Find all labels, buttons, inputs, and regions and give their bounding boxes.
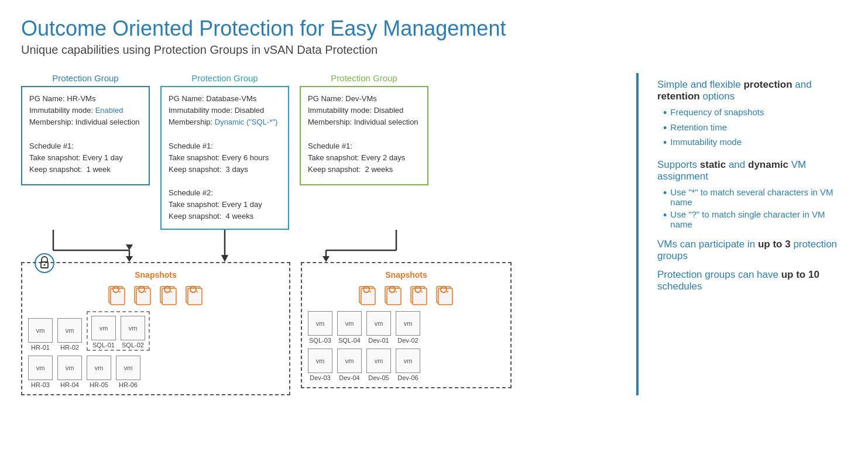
vm-box-hr03: vm (28, 356, 53, 380)
rp-bullet-qmark-text: Use "?" to match single character in VM … (670, 209, 847, 229)
rp-bullet-star-text: Use "*" to match several characters in V… (670, 187, 847, 207)
pg1-mem-val: Individual selection (76, 118, 140, 126)
vm-group2-outer: Snapshots (301, 262, 512, 388)
pg1-imm-val: Enabled (95, 106, 123, 115)
main-subtitle: Unique capabilities using Protection Gro… (21, 43, 847, 57)
vm-box-dev01: vm (366, 311, 391, 336)
vm-label-hr06: HR-06 (119, 381, 138, 388)
connector-pg2 (216, 230, 234, 262)
vm-item-sql01: vm SQL-01 (91, 316, 116, 349)
rp-bullet-ret: Retention time (663, 122, 847, 135)
vm-label-hr03: HR-03 (31, 381, 50, 388)
pg1-keep1: Keep snapshot: 1 week (29, 165, 111, 174)
snapshot-icon (409, 284, 430, 305)
pg3-mem-val: Individual selection (354, 118, 418, 126)
snapshot-icon (357, 284, 378, 305)
pg2-keep1: Keep snapshot: 3 days (169, 165, 248, 174)
rp-title3: VMs can participate in up to 3 protectio… (657, 239, 847, 262)
pg1-name-key: PG Name: (29, 94, 67, 103)
vm-item-hr03: vm HR-03 (28, 356, 53, 388)
vm-item-dev03: vm Dev-03 (308, 349, 332, 381)
snapshot-icons-row-2 (308, 284, 505, 305)
connector-pg3 (300, 230, 428, 262)
vm-item-sql03: vm SQL-03 (308, 311, 332, 344)
vm-label-sql02: SQL-02 (122, 342, 144, 349)
pg3-imm-key: Immutability mode: (308, 106, 374, 115)
pg3-keep1: Keep snapshot: 2 weeks (308, 165, 393, 174)
vm-label-dev01: Dev-01 (368, 337, 389, 344)
vm-label-dev03: Dev-03 (310, 374, 330, 381)
protection-groups-row: Protection Group PG Name: HR-VMs Immutab… (21, 73, 622, 230)
rp-bullet-freq-text: Frequency of snapshots (670, 107, 764, 117)
svg-marker-4 (126, 256, 133, 262)
right-panel: Simple and flexible protection and reten… (636, 73, 847, 395)
vm-box-sql01: vm (91, 316, 116, 340)
pg2-sched2: Schedule #2: (169, 188, 213, 197)
pg1-sched1: Schedule #1: (29, 142, 74, 150)
vm-box-hr02: vm (57, 318, 82, 343)
rp-title4: Protection groups can have up to 10 sche… (657, 269, 847, 292)
pg2-container: Protection Group PG Name: Database-VMs I… (160, 73, 289, 230)
pg3-take1: Take snapshot: Every 2 days (308, 153, 405, 162)
pg3-container: Protection Group PG Name: Dev-VMs Immuta… (300, 73, 428, 185)
pg1-box: PG Name: HR-VMs Immutability mode: Enabl… (21, 86, 150, 185)
pg2-mem-key: Membership: (169, 118, 215, 126)
pg3-name-val: Dev-VMs (345, 94, 376, 103)
pg2-keep2: Keep snapshot: 4 weeks (169, 212, 253, 220)
svg-marker-6 (221, 255, 228, 262)
vm-item-dev01: vm Dev-01 (366, 311, 391, 344)
snapshot-icon (184, 284, 205, 305)
vm-label-hr05: HR-05 (90, 381, 108, 388)
vm-label-dev06: Dev-06 (397, 374, 418, 381)
snapshot-icons-row-1 (28, 284, 283, 305)
pg1-label: Protection Group (52, 73, 118, 83)
pg3-sched1: Schedule #1: (308, 142, 352, 150)
vm-box-hr06: vm (116, 356, 140, 380)
left-area: Protection Group PG Name: HR-VMs Immutab… (21, 73, 622, 395)
vm-item-hr06: vm HR-06 (116, 356, 140, 388)
vm-label-sql01: SQL-01 (92, 342, 115, 349)
vm-box-hr01: vm (28, 318, 53, 343)
vm-item-hr02: vm HR-02 (57, 318, 82, 351)
vm-label-dev04: Dev-04 (339, 374, 359, 381)
pg1-container: Protection Group PG Name: HR-VMs Immutab… (21, 73, 150, 185)
vm-row-bottom-1: vm HR-03 vm HR-04 vm HR-05 vm (28, 356, 283, 388)
vm-item-hr01: vm HR-01 (28, 318, 53, 351)
snapshot-icon (107, 284, 128, 305)
vm-item-dev05: vm Dev-05 (366, 349, 391, 381)
rp-bullet-freq: Frequency of snapshots (663, 107, 847, 120)
pg1-take1: Take snapshot: Every 1 day (29, 153, 123, 162)
vm-label-dev02: Dev-02 (397, 337, 418, 344)
snapshot-icon (434, 284, 455, 305)
snapshots-label-2: Snapshots (308, 270, 505, 280)
pg2-name-val: Database-VMs (206, 94, 256, 103)
vm-box-dev03: vm (308, 349, 332, 373)
vm-label-sql03: SQL-03 (309, 337, 331, 344)
svg-point-13 (44, 264, 46, 265)
pg2-mem-val: Dynamic ("SQL-*") (215, 118, 277, 126)
pg3-box: PG Name: Dev-VMs Immutability mode: Disa… (300, 86, 428, 185)
pg1-imm-key: Immutability mode: (29, 106, 95, 115)
vm-box-dev05: vm (366, 349, 391, 373)
pg2-imm-val: Disabled (235, 106, 265, 115)
pg2-imm-key: Immutability mode: (169, 106, 235, 115)
pg2-take2: Take snapshot: Every 1 day (169, 200, 262, 209)
svg-marker-2 (126, 244, 133, 250)
pg2-sched1: Schedule #1: (169, 142, 213, 150)
snapshots-label-1: Snapshots (28, 270, 283, 280)
rp-title2: Supports static and dynamic VM assignmen… (657, 159, 847, 182)
vm-label-sql04: SQL-04 (338, 337, 361, 344)
pg1-mem-key: Membership: (29, 118, 76, 126)
vm-box-sql02: vm (121, 316, 145, 340)
vm-box-sql03: vm (308, 311, 332, 336)
vm-box-dev04: vm (337, 349, 362, 373)
main-content: Protection Group PG Name: HR-VMs Immutab… (21, 73, 847, 395)
vm-box-hr04: vm (57, 356, 82, 380)
vm-label-hr04: HR-04 (60, 381, 79, 388)
snapshot-icon (132, 284, 153, 305)
vm-item-sql04: vm SQL-04 (337, 311, 362, 344)
vm-label-hr01: HR-01 (31, 344, 50, 351)
vm-group1-outer: Snapshots (21, 262, 290, 395)
pg2-box: PG Name: Database-VMs Immutability mode:… (160, 86, 289, 230)
pg2-take1: Take snapshot: Every 6 hours (169, 153, 269, 162)
